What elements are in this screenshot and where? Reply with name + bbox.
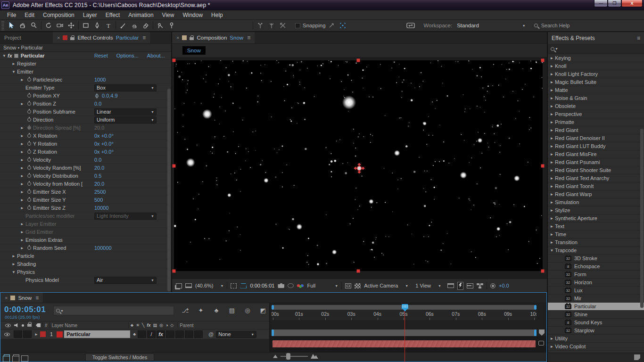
pan-behind-tool-icon[interactable] [66,20,77,31]
exposure-icon[interactable] [490,283,495,288]
layer-quality-switch[interactable]: / [147,330,156,338]
fx-category-red-giant-lut-buddy[interactable]: ►Red Giant LUT Buddy [548,142,644,150]
fx-effect-echospace[interactable]: 8Echospace [548,263,644,271]
effect-param-register[interactable]: ►Register [0,60,171,68]
lock-column-icon[interactable] [27,324,32,327]
unlock-icon[interactable] [190,37,194,40]
expand-arrow-icon[interactable]: ► [10,254,17,258]
effect-param-particle[interactable]: ►Particle [0,252,171,260]
magnification-arrow[interactable]: ▼ [221,284,224,288]
fx-effect-sound-keys[interactable]: 8Sound Keys [548,319,644,327]
world-axis-mode-icon[interactable] [266,20,277,31]
effect-param-emitter-size-y[interactable]: ►Emitter Size Y500 [0,196,171,204]
zoom-tool-icon[interactable] [28,20,40,31]
pen-tool-icon[interactable] [91,20,103,31]
fx-effect-shine[interactable]: 32Shine [548,311,644,319]
brush-tool-icon[interactable] [117,20,129,31]
channels-icon[interactable] [297,284,300,287]
stopwatch-icon[interactable] [25,150,33,154]
effect-param-velocity[interactable]: ►Velocity0.0 [0,156,171,164]
effects-switch-icon[interactable]: fx [147,323,150,328]
expand-arrow-icon[interactable]: ► [19,134,25,138]
view-layout-arrow[interactable]: ▼ [438,284,441,288]
stopwatch-icon[interactable] [25,94,33,98]
expand-in-out-icon[interactable] [23,354,29,360]
effect-param-emission-extras[interactable]: ►Emission Extras [0,236,171,244]
viewer-tab-snow[interactable]: Snow [182,46,206,55]
exposure-value[interactable]: +0.0 [499,283,509,288]
reset-link[interactable]: Reset [94,53,108,58]
fx-effect-3d-stroke[interactable]: 323D Stroke [548,255,644,263]
expand-arrow-icon[interactable]: ► [549,337,555,341]
menu-composition[interactable]: Composition [39,11,79,19]
expand-arrow-icon[interactable]: ► [19,158,25,162]
fx-category-matte[interactable]: ►Matte [548,86,644,94]
quality-switch-icon[interactable]: ╲ [142,323,144,328]
panel-menu-icon[interactable]: ≡ [247,34,250,41]
about-link[interactable]: About... [147,53,165,58]
target-region-icon[interactable] [345,283,351,288]
param-value[interactable]: 0x +0.0° [94,133,114,139]
always-preview-icon[interactable] [176,283,182,288]
shy-switch-icon[interactable]: ♣ [131,323,133,328]
tab-effect-controls[interactable]: × Effect Controls Particular ≡ [53,32,150,43]
param-value[interactable]: 10000 [94,205,109,211]
effect-param-direction[interactable]: DirectionUniform▼ [0,116,171,124]
expand-arrow-icon[interactable]: ► [549,184,555,189]
expand-arrow-icon[interactable]: ► [549,128,555,132]
expand-arrow-icon[interactable]: ► [10,62,17,66]
menu-animation[interactable]: Animation [124,11,157,19]
snapshot-icon[interactable] [278,283,284,288]
effect-param-y-rotation[interactable]: ►Y Rotation0x +0.0° [0,140,171,148]
local-axis-mode-icon[interactable] [255,20,266,31]
param-value[interactable]: 0.5 [94,173,101,179]
shape-tool-icon[interactable] [80,20,91,31]
layer-selection-handle[interactable] [173,59,176,62]
stopwatch-icon[interactable] [25,126,33,130]
expand-arrow-icon[interactable]: ► [19,230,25,234]
composition-viewer[interactable] [172,57,547,279]
effect-param-physics[interactable]: ▼Physics [0,268,171,276]
transparency-grid-icon[interactable] [355,283,361,288]
effect-control-point[interactable] [354,163,364,173]
expand-arrow-icon[interactable]: ► [549,120,555,124]
effects-scrollbar[interactable] [640,129,644,308]
effect-param-physics-model[interactable]: Physics ModelAir▼ [0,276,171,284]
fx-category-red-giant-psunami[interactable]: ►Red Giant Psunami [548,158,644,166]
effect-param-position-xy[interactable]: Position XY0.0,4.9 [0,92,171,100]
index-column-header[interactable]: # [45,323,48,328]
menu-layer[interactable]: Layer [79,11,101,19]
fx-category-red-giant-denoiser-ii[interactable]: ►Red Giant Denoiser II [548,134,644,142]
expand-arrow-icon[interactable]: ► [549,200,555,205]
zoom-in-icon[interactable] [311,354,318,359]
expand-arrow-icon[interactable]: ► [19,222,25,226]
fx-category-stylize[interactable]: ►Stylize [548,206,644,214]
layer-expand-arrow[interactable]: ► [33,332,40,337]
fx-category-simulation[interactable]: ►Simulation [548,198,644,206]
fx-category-synthetic-aperture[interactable]: ►Synthetic Aperture [548,214,644,222]
stopwatch-icon[interactable] [25,206,33,210]
close-tab-icon[interactable]: × [5,295,8,301]
param-value[interactable]: 0x +0.0° [94,149,114,155]
draft-3d-icon[interactable]: ✦ [196,307,206,314]
layer-effects-switch[interactable]: fx [157,330,165,338]
expand-arrow-icon[interactable]: ► [549,72,555,76]
fx-category-utility[interactable]: ►Utility [548,335,644,343]
layer-motion-blur-switch[interactable] [175,330,184,338]
effect-controls-scrollbar[interactable] [167,89,171,291]
fx-category-noise-grain[interactable]: ►Noise & Grain [548,94,644,102]
param-value[interactable]: 500 [94,197,103,203]
layer-name[interactable]: Particular [64,330,130,338]
param-dropdown[interactable]: Light Intensity▼ [94,213,157,220]
expand-arrow-icon[interactable]: ► [549,64,555,68]
effect-param-shading[interactable]: ►Shading [0,260,171,268]
expand-arrow-icon[interactable]: ► [549,136,555,140]
param-value[interactable]: 20.0 [94,125,104,131]
guide-options-icon[interactable] [240,283,247,288]
param-dropdown[interactable]: Uniform▼ [94,116,157,123]
stopwatch-icon[interactable] [25,102,33,106]
param-value[interactable]: 0.0 [94,101,101,107]
resolution-dropdown[interactable]: Full [307,283,315,288]
fx-category-trapcode[interactable]: ▼Trapcode [548,247,644,255]
param-value[interactable]: 20.0 [94,165,104,171]
